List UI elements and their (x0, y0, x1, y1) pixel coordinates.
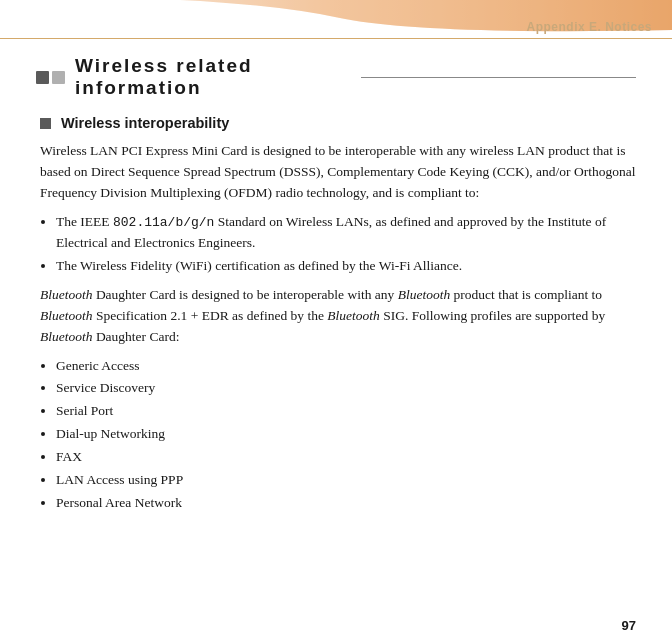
header-title-bar: Appendix E. Notices (0, 20, 672, 38)
section-title: Wireless related information (75, 55, 351, 99)
sub-heading-row: Wireless interoperability (40, 115, 636, 131)
page-footer: 97 (0, 612, 672, 643)
bullet-list-2: Generic Access Service Discovery Serial … (56, 356, 636, 514)
icon-square-dark (36, 71, 49, 84)
bluetooth-italic-3: Bluetooth (40, 308, 93, 323)
list-item: The IEEE 802.11a/b/g/n Standard on Wirel… (56, 212, 636, 254)
page-number: 97 (622, 618, 636, 633)
section-icon (36, 71, 65, 84)
list-item: The Wireless Fidelity (WiFi) certificati… (56, 256, 636, 277)
list-item: Generic Access (56, 356, 636, 377)
list-item: Serial Port (56, 401, 636, 422)
list-item: Dial-up Networking (56, 424, 636, 445)
paragraph-1: Wireless LAN PCI Express Mini Card is de… (40, 141, 636, 204)
page-container: Appendix E. Notices Wireless related inf… (0, 0, 672, 643)
bluetooth-italic-5: Bluetooth (40, 329, 93, 344)
bluetooth-italic-1: Bluetooth (40, 287, 93, 302)
ieee-standard-code: 802.11a/b/g/n (113, 215, 214, 230)
list-item: Personal Area Network (56, 493, 636, 514)
section-title-line (361, 77, 637, 78)
bluetooth-italic-2: Bluetooth (398, 287, 451, 302)
bluetooth-italic-4: Bluetooth (327, 308, 380, 323)
icon-square-light (52, 71, 65, 84)
appendix-title: Appendix E. Notices (526, 20, 652, 34)
section-title-row: Wireless related information (36, 55, 636, 99)
bullet-square-icon (40, 118, 51, 129)
list-item: Service Discovery (56, 378, 636, 399)
bullet-list-1: The IEEE 802.11a/b/g/n Standard on Wirel… (56, 212, 636, 277)
page-header: Appendix E. Notices (0, 0, 672, 38)
content-area: Wireless related information Wireless in… (0, 39, 672, 612)
list-item: FAX (56, 447, 636, 468)
paragraph-bluetooth: Bluetooth Daughter Card is designed to b… (40, 285, 636, 348)
sub-heading: Wireless interoperability (61, 115, 229, 131)
list-item: LAN Access using PPP (56, 470, 636, 491)
